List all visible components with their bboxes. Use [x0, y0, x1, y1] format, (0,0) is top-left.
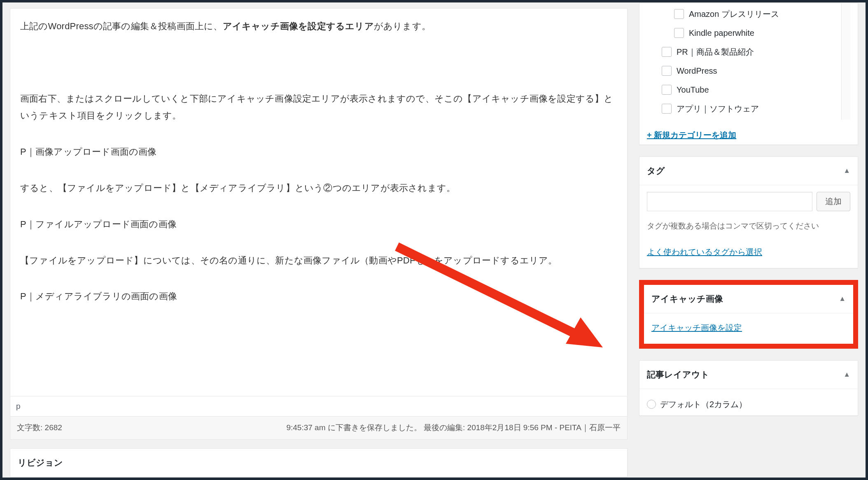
- category-label: Amazon プレスリリース: [689, 6, 779, 22]
- tags-header[interactable]: タグ ▲: [639, 157, 858, 185]
- checkbox-icon[interactable]: [674, 28, 684, 38]
- text: があります。: [374, 21, 431, 31]
- checkbox-icon[interactable]: [662, 85, 672, 95]
- layout-metabox: 記事レイアウト ▲ デフォルト（2カラム）: [639, 360, 858, 416]
- set-featured-image-link[interactable]: アイキャッチ画像を設定: [651, 323, 742, 332]
- editor-paragraph: すると、【ファイルをアップロード】と【メディアライブラリ】という②つのエリアが表…: [20, 179, 617, 197]
- category-item[interactable]: WordPress: [649, 61, 848, 80]
- tags-title: タグ: [647, 163, 665, 179]
- wordcount-value: 2682: [45, 423, 62, 432]
- add-tag-button[interactable]: 追加: [817, 192, 850, 211]
- category-label: アプリ｜ソフトウェア: [677, 101, 759, 117]
- add-category-link[interactable]: + 新規カテゴリーを追加: [647, 127, 736, 143]
- editor-paragraph: P｜メディアライブラリの画面の画像: [20, 288, 617, 305]
- category-label: PR｜商品＆製品紹介: [677, 44, 754, 60]
- element-path[interactable]: p: [10, 396, 627, 416]
- category-item[interactable]: Kindle paperwhite: [649, 23, 848, 42]
- category-item[interactable]: YouTube: [649, 80, 848, 99]
- layout-option-label: デフォルト（2カラム）: [660, 396, 747, 412]
- choose-tags-link[interactable]: よく使われているタグから選択: [647, 247, 762, 256]
- autosave-status: 9:45:37 am に下書きを保存しました。: [286, 423, 421, 432]
- category-label: YouTube: [677, 82, 709, 98]
- editor-paragraph: 上記のWordPressの記事の編集＆投稿画面上に、アイキャッチ画像を設定するエ…: [20, 18, 617, 35]
- featured-image-title: アイキャッチ画像: [651, 291, 723, 307]
- editor-paragraph: 画面右下、またはスクロールしていくと下部にアイキャッチ画像設定エリアが表示されま…: [20, 90, 617, 125]
- editor-paragraph: P｜画像アップロード画面の画像: [20, 143, 617, 161]
- collapse-icon[interactable]: ▲: [839, 292, 846, 305]
- tags-metabox: タグ ▲ 追加 タグが複数ある場合はコンマで区切ってください よく使われているタ…: [639, 156, 858, 268]
- category-item[interactable]: PR｜商品＆製品紹介: [649, 42, 848, 61]
- tags-howto: タグが複数ある場合はコンマで区切ってください: [647, 219, 850, 233]
- layout-title: 記事レイアウト: [647, 366, 709, 383]
- revisions-metabox: リビジョン: [10, 448, 628, 478]
- radio-icon: [647, 400, 656, 409]
- wordcount-label: 文字数:: [17, 423, 45, 432]
- layout-header[interactable]: 記事レイアウト ▲: [639, 361, 858, 389]
- category-scroll[interactable]: Amazon プレスリリースKindle paperwhitePR｜商品＆製品紹…: [647, 3, 850, 120]
- editor-paragraph: P｜ファイルアップロード画面の画像: [20, 216, 617, 233]
- status-bar: 文字数: 2682 9:45:37 am に下書きを保存しました。 最後の編集:…: [10, 417, 628, 439]
- path-text: p: [16, 402, 21, 410]
- checkbox-icon[interactable]: [662, 66, 672, 76]
- collapse-icon[interactable]: ▲: [843, 368, 850, 381]
- category-label: Kindle paperwhite: [689, 25, 754, 41]
- editor-content[interactable]: 上記のWordPressの記事の編集＆投稿画面上に、アイキャッチ画像を設定するエ…: [10, 9, 627, 396]
- scrollbar[interactable]: [841, 3, 850, 120]
- category-label: WordPress: [677, 63, 717, 79]
- text-bold: アイキャッチ画像を設定するエリア: [223, 21, 374, 31]
- checkbox-icon[interactable]: [662, 47, 672, 57]
- category-item[interactable]: Amazon プレスリリース: [649, 5, 848, 23]
- last-edit: 最後の編集: 2018年2月18日 9:56 PM - PEITA｜石原一平: [424, 423, 621, 432]
- revisions-header[interactable]: リビジョン: [10, 449, 627, 477]
- editor-paragraph: [20, 54, 617, 71]
- featured-image-highlight: アイキャッチ画像 ▲ アイキャッチ画像を設定: [639, 280, 858, 349]
- category-item[interactable]: アプリ｜ソフトウェア: [649, 99, 848, 118]
- checkbox-icon[interactable]: [662, 104, 672, 114]
- checkbox-icon[interactable]: [674, 9, 684, 19]
- text: 上記のWordPressの記事の編集＆投稿画面上に、: [20, 21, 223, 31]
- collapse-icon[interactable]: ▲: [843, 164, 850, 177]
- featured-image-metabox: アイキャッチ画像 ▲ アイキャッチ画像を設定: [644, 285, 853, 344]
- layout-option-default[interactable]: デフォルト（2カラム）: [647, 396, 850, 413]
- tag-input[interactable]: [647, 192, 812, 211]
- featured-image-header[interactable]: アイキャッチ画像 ▲: [644, 285, 853, 313]
- editor-paragraph: 【ファイルをアップロード】については、その名の通りに、新たな画像ファイル（動画や…: [20, 252, 617, 269]
- revisions-title: リビジョン: [18, 454, 63, 471]
- categories-metabox: Amazon プレスリリースKindle paperwhitePR｜商品＆製品紹…: [639, 2, 858, 145]
